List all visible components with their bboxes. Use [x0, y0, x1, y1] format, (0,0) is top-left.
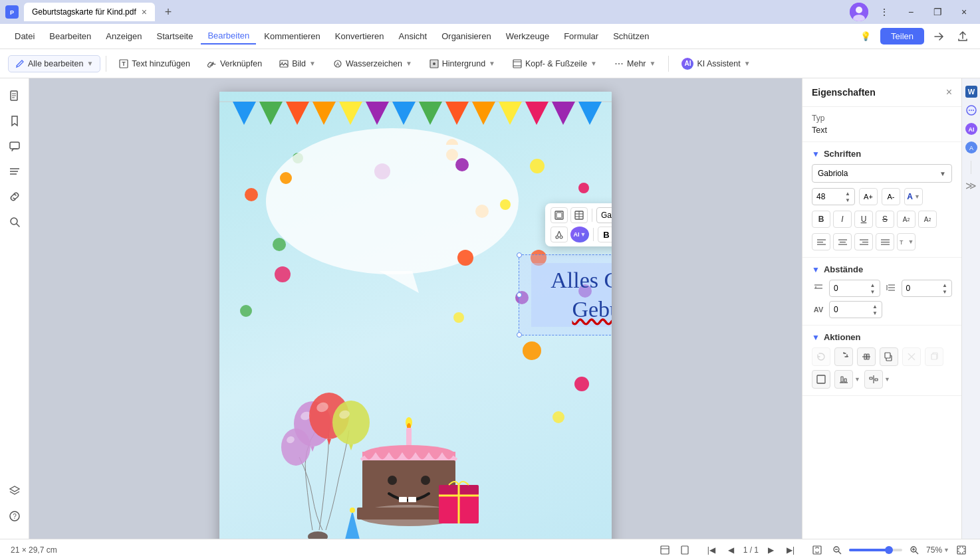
background-button[interactable]: Hintergrund ▼ [422, 55, 503, 72]
tab-close-button[interactable]: × [142, 7, 147, 17]
ft-table-button[interactable] [570, 207, 588, 223]
char-spacing-input[interactable]: 0 ▲▼ [829, 301, 882, 318]
font-size-up[interactable]: ▲ [845, 191, 850, 197]
zoom-level-display[interactable]: 75% ▼ [926, 545, 949, 555]
sidebar-help-icon[interactable]: ? [3, 504, 27, 528]
ri-expand[interactable]: ≫ [965, 179, 977, 191]
font-size-input[interactable]: 48 ▲ ▼ [812, 188, 855, 205]
strike-btn-panel[interactable]: S [876, 211, 894, 228]
action-distribute-v[interactable] [864, 370, 883, 389]
handle-bl[interactable] [517, 332, 522, 337]
zoom-in-button[interactable] [906, 542, 922, 558]
action-order[interactable] [880, 347, 898, 366]
font-size-down[interactable]: ▼ [845, 197, 850, 203]
align-right-btn[interactable] [854, 233, 873, 250]
sidebar-comments-icon[interactable] [3, 134, 27, 158]
italic-btn-panel[interactable]: I [833, 211, 852, 228]
ft-ai-button[interactable]: AI ▼ [570, 227, 589, 242]
decrease-font-panel[interactable]: A- [882, 188, 900, 205]
font-family-select[interactable]: Gabriola ▼ [596, 207, 612, 223]
menu-bearbeiten-top[interactable]: Bearbeiten [43, 29, 98, 44]
zoom-thumb[interactable] [885, 546, 893, 554]
tab-kommentieren[interactable]: Kommentieren [257, 29, 327, 44]
tab-bearbeiten[interactable]: Bearbeiten [201, 28, 256, 45]
next-page-button[interactable]: ▶ [763, 542, 779, 558]
close-button[interactable]: × [953, 4, 975, 20]
zoom-out-button[interactable] [829, 542, 845, 558]
handle-tl[interactable] [517, 252, 522, 258]
panel-icon-word[interactable]: W [963, 84, 979, 100]
align-left-btn[interactable] [812, 233, 830, 250]
fonts-section-header[interactable]: ▼ Schriften [812, 149, 952, 159]
action-border[interactable] [812, 370, 830, 389]
header-footer-button[interactable]: Kopf- & Fußzeile ▼ [505, 55, 604, 72]
superscript-btn-panel[interactable]: A2 [897, 211, 916, 228]
window-menu-button[interactable]: ⋮ [874, 4, 895, 20]
minimize-button[interactable]: − [900, 4, 921, 20]
align-center-btn[interactable] [833, 233, 852, 250]
menu-datei[interactable]: Datei [8, 29, 41, 44]
last-page-button[interactable]: ▶| [783, 542, 798, 558]
active-tab[interactable]: Geburtstagskarte für Kind.pdf × [24, 3, 155, 21]
para-spacing-input[interactable]: 0 ▲▼ [829, 280, 880, 297]
action-undo[interactable] [812, 347, 830, 366]
image-button[interactable]: Bild ▼ [272, 55, 323, 72]
share-extra-button[interactable] [929, 27, 948, 46]
watermark-button[interactable]: A Wasserzeichen ▼ [326, 55, 420, 72]
tab-werkzeuge[interactable]: Werkzeuge [499, 29, 556, 44]
action-cut[interactable] [902, 347, 921, 366]
prev-page-button[interactable]: ◀ [723, 542, 739, 558]
panel-close-button[interactable]: × [946, 86, 952, 98]
sidebar-pages-icon[interactable] [3, 84, 27, 108]
panel-icon-ai2[interactable]: AI [963, 121, 979, 137]
editable-text[interactable]: Alles Gute zum Geburtstag [531, 263, 612, 327]
maximize-button[interactable]: ❐ [927, 4, 948, 20]
text-direction-btn[interactable]: T ▼ [897, 233, 916, 250]
action-align-bottom[interactable] [834, 370, 853, 389]
font-family-dropdown[interactable]: Gabriola ▼ [812, 164, 952, 183]
action-distribute-caret[interactable]: ▼ [884, 376, 890, 383]
tab-startseite[interactable]: Startseite [150, 29, 199, 44]
tab-organisieren[interactable]: Organisieren [435, 29, 497, 44]
handle-ml[interactable] [517, 292, 522, 298]
subscript-btn-panel[interactable]: A2 [918, 211, 937, 228]
sidebar-bookmarks-icon[interactable] [3, 109, 27, 133]
first-page-button[interactable]: |◀ [703, 542, 719, 558]
ft-cut-button[interactable] [551, 227, 568, 242]
page-view-button[interactable] [677, 542, 693, 558]
all-edit-button[interactable]: Alle bearbeiten ▼ [8, 55, 100, 72]
spacing-section-header[interactable]: ▼ Abstände [812, 264, 952, 274]
text-box-container[interactable]: Alles Gute zum Geburtstag [519, 254, 612, 335]
action-align-caret[interactable]: ▼ [854, 376, 860, 383]
action-copy[interactable] [925, 347, 943, 366]
align-justify-btn[interactable] [876, 233, 894, 250]
font-color-panel[interactable]: A ▼ [904, 188, 923, 205]
scroll-mode-button[interactable] [657, 542, 673, 558]
tab-ansicht[interactable]: Ansicht [392, 29, 434, 44]
increase-font-panel[interactable]: A+ [859, 188, 878, 205]
add-text-button[interactable]: T Text hinzufügen [112, 55, 197, 72]
link-button[interactable]: Verknüpfen [200, 55, 269, 72]
more-button[interactable]: Mehr ▼ [607, 55, 663, 72]
sidebar-layers-icon[interactable] [3, 479, 27, 503]
bold-btn-panel[interactable]: B [812, 211, 830, 228]
line-spacing-input[interactable]: 0 ▲▼ [902, 280, 953, 297]
sidebar-search-icon[interactable] [3, 210, 27, 234]
share-button[interactable]: Teilen [880, 28, 924, 45]
tab-schuetzen[interactable]: Schützen [606, 29, 656, 44]
panel-icon-extra[interactable]: A [963, 140, 979, 155]
user-avatar[interactable] [850, 3, 868, 21]
ft-frame-button[interactable] [551, 207, 568, 223]
lamp-icon[interactable]: 💡 [856, 27, 875, 46]
zoom-slider[interactable] [849, 549, 902, 551]
sidebar-outline-icon[interactable] [3, 159, 27, 183]
upload-button[interactable] [953, 27, 972, 46]
action-redo[interactable] [834, 347, 853, 366]
ai-assistant-button[interactable]: AI KI Assistent ▼ [674, 54, 757, 74]
menu-anzeigen[interactable]: Anzeigen [99, 29, 148, 44]
sidebar-links-icon[interactable] [3, 185, 27, 209]
action-distribute[interactable] [857, 347, 876, 366]
actions-section-header[interactable]: ▼ Aktionen [812, 332, 952, 342]
ft-bold-button[interactable]: B [598, 227, 612, 242]
add-tab-button[interactable]: + [160, 4, 176, 20]
